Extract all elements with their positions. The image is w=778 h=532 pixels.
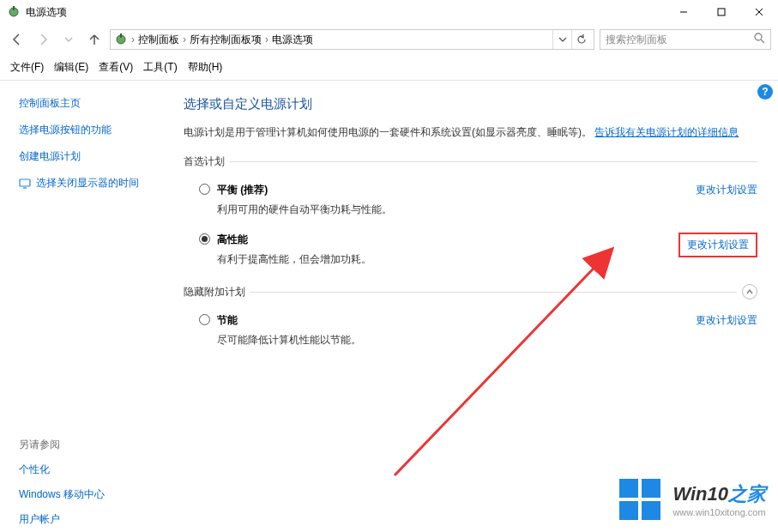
chevron-right-icon: › [183, 33, 186, 45]
breadcrumb-item[interactable]: 所有控制面板项 [190, 33, 262, 47]
sidebar-link-display-off[interactable]: 选择关闭显示器的时间 [36, 176, 139, 190]
see-also-title: 另请参阅 [19, 438, 149, 452]
minimize-button[interactable] [665, 0, 703, 24]
link-user-accounts[interactable]: 用户帐户 [19, 512, 149, 527]
hidden-plans-label: 隐藏附加计划 [184, 284, 757, 299]
collapse-icon[interactable] [742, 284, 757, 299]
search-icon [754, 33, 765, 46]
svg-point-8 [755, 33, 762, 40]
title-bar: 电源选项 [0, 0, 778, 24]
search-placeholder: 搜索控制面板 [606, 33, 667, 47]
plan-radio-high-performance[interactable] [199, 233, 210, 245]
menu-edit[interactable]: 编辑(E) [51, 58, 92, 76]
breadcrumb[interactable]: › 控制面板 › 所有控制面板项 › 电源选项 [110, 29, 594, 50]
refresh-button[interactable] [571, 30, 590, 49]
menu-file[interactable]: 文件(F) [7, 58, 47, 76]
sidebar-link-create-plan[interactable]: 创建电源计划 [19, 149, 149, 164]
forward-button[interactable] [33, 29, 53, 50]
menu-tools[interactable]: 工具(T) [140, 58, 180, 76]
svg-line-9 [761, 39, 764, 43]
monitor-icon [19, 178, 31, 190]
plan-hint: 尽可能降低计算机性能以节能。 [217, 333, 689, 348]
nav-bar: › 控制面板 › 所有控制面板项 › 电源选项 搜索控制面板 [0, 24, 778, 55]
link-personalization[interactable]: 个性化 [19, 462, 149, 477]
plan-radio-power-saver[interactable] [199, 314, 210, 325]
app-icon [7, 5, 21, 19]
svg-rect-10 [20, 179, 30, 186]
up-button[interactable] [84, 29, 105, 50]
maximize-button[interactable] [703, 0, 740, 24]
menu-help[interactable]: 帮助(H) [184, 58, 226, 76]
svg-rect-3 [718, 9, 725, 15]
sidebar: 控制面板主页 选择电源按钮的功能 创建电源计划 选择关闭显示器的时间 另请参阅 … [0, 81, 163, 532]
sidebar-link-power-button[interactable]: 选择电源按钮的功能 [19, 123, 149, 137]
chevron-right-icon: › [265, 33, 268, 45]
watermark: Win10之家 www.win10xitong.com [619, 479, 766, 520]
change-plan-link-high-performance[interactable]: 更改计划设置 [678, 233, 757, 257]
more-info-link[interactable]: 告诉我有关电源计划的详细信息 [594, 126, 739, 138]
chevron-right-icon: › [131, 33, 135, 45]
plan-row-power-saver: 节能 尽可能降低计算机性能以节能。 更改计划设置 [184, 308, 757, 349]
plan-name[interactable]: 平衡 (推荐) [217, 183, 689, 197]
window-controls [665, 0, 778, 24]
recent-dropdown[interactable] [58, 29, 79, 50]
link-mobility-center[interactable]: Windows 移动中心 [19, 487, 149, 502]
window-title: 电源选项 [26, 5, 67, 20]
plan-hint: 有利于提高性能，但会增加功耗。 [217, 252, 672, 267]
watermark-url: www.win10xitong.com [672, 507, 766, 517]
plan-radio-balanced[interactable] [199, 184, 210, 195]
breadcrumb-dropdown[interactable] [552, 30, 571, 49]
search-input[interactable]: 搜索控制面板 [600, 29, 771, 50]
windows-logo-icon [619, 479, 660, 520]
menu-view[interactable]: 查看(V) [95, 58, 136, 76]
close-button[interactable] [740, 0, 778, 24]
content-area: ? 控制面板主页 选择电源按钮的功能 创建电源计划 选择关闭显示器的时间 另请参… [0, 81, 778, 532]
plan-row-high-performance: 高性能 有利于提高性能，但会增加功耗。 更改计划设置 [184, 227, 757, 269]
menu-bar: 文件(F) 编辑(E) 查看(V) 工具(T) 帮助(H) [0, 55, 778, 81]
preferred-plans-label: 首选计划 [184, 154, 757, 169]
breadcrumb-item[interactable]: 控制面板 [138, 33, 179, 47]
plan-hint: 利用可用的硬件自动平衡功耗与性能。 [217, 203, 689, 217]
change-plan-link-balanced[interactable]: 更改计划设置 [696, 183, 757, 197]
plan-row-balanced: 平衡 (推荐) 利用可用的硬件自动平衡功耗与性能。 更改计划设置 [184, 178, 757, 219]
page-description: 电源计划是用于管理计算机如何使用电源的一套硬件和系统设置(如显示器亮度、睡眠等)… [184, 124, 757, 141]
main-panel: 选择或自定义电源计划 电源计划是用于管理计算机如何使用电源的一套硬件和系统设置(… [163, 81, 778, 532]
annotation-arrow [377, 244, 626, 484]
back-button[interactable] [7, 29, 27, 50]
plan-name[interactable]: 节能 [217, 313, 689, 328]
breadcrumb-item[interactable]: 电源选项 [272, 33, 313, 47]
plan-name[interactable]: 高性能 [217, 233, 672, 247]
change-plan-link-power-saver[interactable]: 更改计划设置 [696, 313, 757, 328]
page-heading: 选择或自定义电源计划 [184, 96, 757, 112]
control-panel-home-link[interactable]: 控制面板主页 [19, 96, 149, 111]
svg-rect-1 [13, 6, 15, 10]
breadcrumb-icon [114, 33, 128, 46]
watermark-brand: Win10之家 [672, 481, 766, 507]
svg-rect-7 [120, 33, 122, 38]
